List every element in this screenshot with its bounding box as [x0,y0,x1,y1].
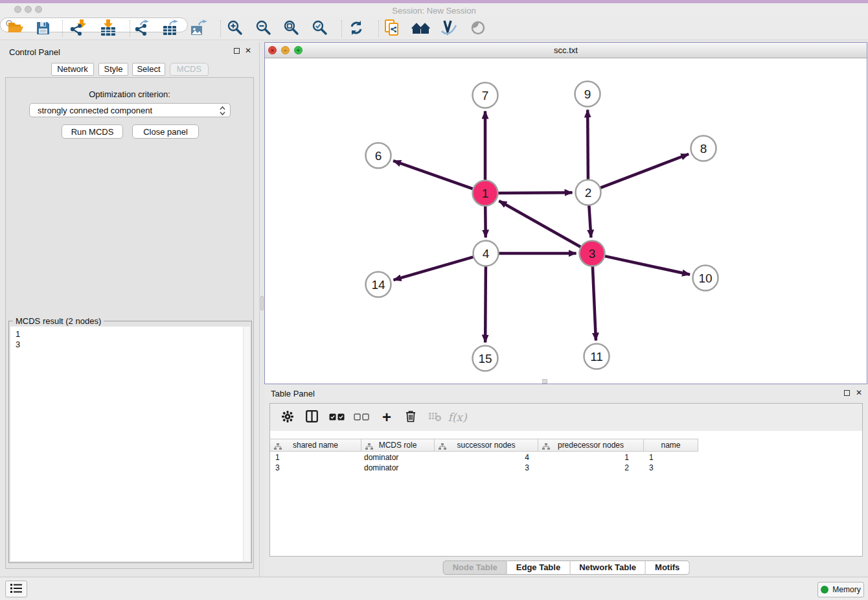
graph-node-label: 10 [698,271,712,285]
cell-name: 3 [649,463,654,473]
graph-node-3[interactable]: 3 [580,241,605,266]
export-table-button[interactable] [159,18,182,39]
control-panel-title: Control Panel [9,47,60,57]
table-panel-close-icon[interactable]: ✕ [856,388,862,397]
graph-edge-3-11[interactable] [593,266,596,340]
result-scrollbar[interactable] [243,327,250,561]
graph-node-10[interactable]: 10 [693,266,718,291]
canvas-scroll-nub[interactable] [542,379,547,384]
deselect-all-button[interactable] [350,404,372,431]
mcds-result-list[interactable]: 1 3 [10,327,250,561]
vizmapper-button[interactable] [437,18,461,39]
toolbar-separator [220,20,221,37]
tab-select[interactable]: Select [132,63,165,76]
export-image-button[interactable] [187,18,210,39]
hide-panel-button[interactable] [466,18,490,39]
zoom-out-button[interactable] [252,18,275,39]
graph-edge-3-1[interactable] [499,201,581,247]
control-panel-float-icon[interactable] [234,48,240,54]
graph-edge-3-10[interactable] [604,256,690,275]
graph-node-9[interactable]: 9 [575,82,600,107]
graph-node-label: 1 [482,187,489,200]
apply-layout-button[interactable] [345,18,368,39]
zoom-selected-button[interactable] [308,18,332,39]
window-titlebar: Session: New Session [0,3,868,17]
graph-edge-2-9[interactable] [588,110,588,179]
cell-successor-nodes: 4 [435,452,529,463]
splitter-handle[interactable] [260,296,264,310]
control-panel-close-icon[interactable]: ✕ [245,46,251,55]
open-session-button[interactable] [4,18,27,39]
tab-style[interactable]: Style [98,63,128,76]
graph-node-6[interactable]: 6 [366,143,391,168]
import-network-icon [69,19,87,39]
graph-node-7[interactable]: 7 [473,83,498,108]
graph-node-8[interactable]: 8 [691,136,716,161]
copy-network-icon [383,19,402,39]
column-header-name[interactable]: name [644,439,698,452]
column-header-shared-name[interactable]: shared name [270,439,361,452]
delete-table-button[interactable] [424,404,446,431]
graph-edge-2-8[interactable] [600,154,689,188]
toolbar-separator [130,20,130,37]
panel-splitter[interactable] [259,42,264,577]
import-table-icon [99,19,117,39]
graph-edge-2-3[interactable] [589,205,591,237]
memory-button[interactable]: Memory [817,582,864,597]
mcds-result-groupbox: MCDS result (2 nodes) 1 3 [8,321,252,563]
column-header-predecessor-nodes[interactable]: predecessor nodes [538,439,644,452]
table-settings-button[interactable] [277,404,299,431]
function-builder-button[interactable]: f(x) [446,404,468,431]
refresh-icon [348,19,365,38]
zoom-in-button[interactable] [223,18,247,39]
zoom-out-icon [255,19,272,38]
graph-edge-1-6[interactable] [393,161,473,189]
graph-node-1[interactable]: 1 [473,181,498,206]
show-columns-button[interactable] [301,404,323,431]
run-mcds-button[interactable]: Run MCDS [62,124,123,139]
zoom-fit-icon [283,19,300,38]
graph-edge-1-4[interactable] [485,205,486,237]
zoom-fit-button[interactable] [280,18,303,39]
network-view-window: × − + scc.txt 1234678910111415 [264,42,867,384]
graph-node-11[interactable]: 11 [584,344,610,369]
tab-node-table[interactable]: Node Table [443,560,507,575]
criterion-selected-value: strongly connected component [38,106,152,115]
graph-node-4[interactable]: 4 [474,241,499,266]
save-session-button[interactable] [31,18,54,39]
close-panel-button[interactable]: Close panel [132,124,199,139]
add-column-button[interactable]: + [376,404,398,431]
graph-node-2[interactable]: 2 [576,180,601,205]
tab-mcds[interactable]: MCDS [170,63,209,76]
tab-edge-table[interactable]: Edge Table [507,560,570,575]
graph-node-15[interactable]: 15 [473,346,498,371]
cell-mcds-role: dominator [364,452,398,463]
mcds-panel: Optimization criterion: strongly connect… [5,77,254,569]
graph-edge-1-2[interactable] [497,192,572,193]
tab-motifs[interactable]: Motifs [646,560,689,575]
delete-table-icon [428,411,442,424]
graph-edge-4-14[interactable] [394,257,474,280]
cell-shared-name: 3 [275,463,280,473]
delete-column-button[interactable] [400,404,422,431]
main-toolbar [0,17,868,40]
network-canvas[interactable]: 1234678910111415 [265,58,867,384]
import-table-button[interactable] [97,18,120,39]
network-overview-button[interactable] [409,18,433,39]
column-header-mcds-role[interactable]: MCDS role [361,439,435,452]
cell-mcds-role: dominator [364,463,398,473]
vizmapper-icon [440,19,458,38]
toolbar-separator [62,20,63,37]
column-header-successor-nodes[interactable]: successor nodes [435,439,538,452]
criterion-select[interactable]: strongly connected component [29,103,231,117]
tab-network[interactable]: Network [51,63,94,76]
task-history-button[interactable] [5,581,27,597]
graph-edge-4-15[interactable] [485,266,486,342]
clone-network-button[interactable] [381,18,404,39]
import-network-button[interactable] [66,18,89,39]
graph-node-14[interactable]: 14 [366,272,391,297]
tab-network-table[interactable]: Network Table [570,560,646,575]
export-network-button[interactable] [131,18,154,39]
table-panel-float-icon[interactable] [844,390,850,396]
select-all-button[interactable] [326,404,348,431]
